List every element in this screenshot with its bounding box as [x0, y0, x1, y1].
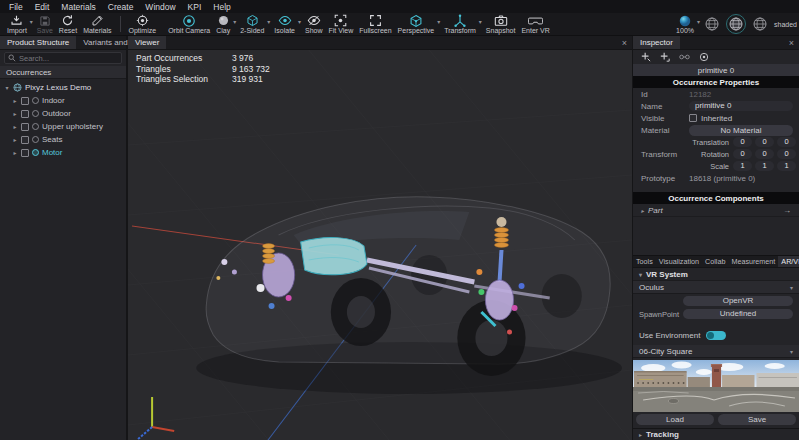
expand-icon[interactable]: ▸ — [12, 110, 18, 117]
visibility-checkbox[interactable] — [21, 149, 29, 157]
fit-view-button[interactable]: Fit View — [329, 13, 354, 35]
two-sided-button[interactable]: 2-Sided — [240, 13, 264, 35]
two-sided-caret-icon[interactable]: ▾ — [267, 18, 270, 25]
menu-window[interactable]: Window — [139, 2, 181, 12]
tab-inspector[interactable]: Inspector — [633, 36, 680, 49]
isolate-caret-icon[interactable]: ▾ — [298, 18, 301, 25]
expand-icon[interactable]: ▸ — [12, 136, 18, 143]
visible-row: Visible Inherited — [633, 112, 799, 124]
tab-collab[interactable]: Collab — [702, 256, 728, 267]
orbit-camera-button[interactable]: Orbit Camera — [168, 13, 210, 35]
spawnpoint-button[interactable]: Undefined — [683, 309, 793, 319]
visibility-checkbox[interactable] — [21, 136, 29, 144]
tab-visualization[interactable]: Visualization — [656, 256, 702, 267]
viewport-3d[interactable]: Part Occurrences3 976 Triangles9 163 732… — [128, 50, 632, 440]
selection-circle-icon[interactable] — [32, 110, 39, 117]
import-button[interactable]: Import — [7, 13, 27, 35]
tree-item-motor[interactable]: ▸ Motor — [0, 146, 126, 159]
visibility-checkbox[interactable] — [21, 110, 29, 118]
menu-materials[interactable]: Materials — [55, 2, 101, 12]
translation-x-field[interactable]: 0 — [733, 137, 752, 147]
fullscreen-button[interactable]: Fullscreen — [359, 13, 391, 35]
sphere-caret-icon[interactable]: ▾ — [697, 18, 700, 25]
expand-icon[interactable]: ▸ — [12, 97, 18, 104]
tab-viewer[interactable]: Viewer — [128, 36, 166, 49]
root-collapse-icon[interactable]: ▾ — [4, 84, 10, 91]
load-button[interactable]: Load — [636, 414, 714, 425]
menu-create[interactable]: Create — [102, 2, 140, 12]
transform-caret-icon[interactable]: ▾ — [479, 18, 482, 25]
scale-y-field[interactable]: 1 — [755, 161, 774, 171]
translation-z-field[interactable]: 0 — [777, 137, 796, 147]
visibility-checkbox[interactable] — [21, 123, 29, 131]
tracking-section-header[interactable]: ▸ Tracking — [633, 428, 799, 440]
transform-button[interactable]: Transform — [444, 13, 476, 35]
rotation-x-field[interactable]: 0 — [733, 149, 752, 159]
solid-mode-button[interactable] — [752, 16, 768, 32]
perspective-caret-icon[interactable]: ▾ — [437, 18, 440, 25]
isolate-button[interactable]: Isolate — [274, 13, 295, 35]
expand-icon[interactable]: ▸ — [12, 149, 18, 156]
selection-circle-icon[interactable] — [32, 97, 39, 104]
shaded-wireframe-mode-button[interactable] — [726, 14, 746, 34]
add-occurrence-icon[interactable] — [641, 52, 651, 62]
openvr-button[interactable]: OpenVR — [683, 296, 793, 306]
reset-button[interactable]: Reset — [59, 13, 77, 35]
tree-root-row[interactable]: ▾ Pixyz Lexus Demo — [0, 81, 126, 94]
expand-icon[interactable]: ▸ — [12, 123, 18, 130]
selection-circle-icon[interactable] — [32, 136, 39, 143]
environment-sphere-button[interactable]: 100% — [676, 13, 694, 35]
save-environment-button[interactable]: Save — [718, 414, 796, 425]
menu-edit[interactable]: Edit — [29, 2, 56, 12]
vr-system-header[interactable]: ▾ VR System — [633, 268, 799, 281]
part-component-row[interactable]: ▸ Part → — [633, 204, 799, 217]
import-caret-icon[interactable]: ▾ — [30, 18, 33, 25]
use-environment-toggle[interactable] — [706, 331, 726, 340]
material-button[interactable]: No Material — [689, 125, 793, 136]
visible-checkbox[interactable] — [689, 114, 697, 122]
perspective-button[interactable]: Perspective — [398, 13, 435, 35]
tab-product-structure[interactable]: Product Structure — [0, 36, 76, 49]
menu-help[interactable]: Help — [207, 2, 236, 12]
inspector-close-icon[interactable]: × — [784, 36, 799, 49]
add-child-occurrence-icon[interactable] — [660, 52, 670, 62]
vr-system-select[interactable]: Oculus ▾ — [633, 281, 799, 294]
wireframe-mode-button[interactable] — [704, 16, 720, 32]
tree-item-outdoor[interactable]: ▸ Outdoor — [0, 107, 126, 120]
translation-y-field[interactable]: 0 — [755, 137, 774, 147]
menu-kpi[interactable]: KPI — [182, 2, 208, 12]
save-button[interactable]: Save — [37, 13, 53, 35]
clay-caret-icon[interactable]: ▾ — [233, 18, 236, 25]
tree-item-seats[interactable]: ▸ Seats — [0, 133, 126, 146]
search-input[interactable] — [19, 54, 118, 63]
clay-button[interactable]: Clay — [216, 13, 230, 35]
tree-item-upper-upholstery[interactable]: ▸ Upper upholstery — [0, 120, 126, 133]
vr-system-collapse-icon[interactable]: ▾ — [639, 271, 642, 278]
viewer-close-icon[interactable]: × — [617, 36, 632, 49]
show-button[interactable]: Show — [305, 13, 323, 35]
scale-z-field[interactable]: 1 — [777, 161, 796, 171]
tab-arvr[interactable]: AR/VR — [778, 256, 799, 267]
link-prototype-icon[interactable] — [679, 52, 690, 62]
tracking-expand-icon[interactable]: ▸ — [639, 431, 642, 438]
environment-select[interactable]: 06-City Square ▾ — [633, 345, 799, 358]
rotation-y-field[interactable]: 0 — [755, 149, 774, 159]
scale-x-field[interactable]: 1 — [733, 161, 752, 171]
tab-tools[interactable]: Tools — [633, 256, 656, 267]
selection-circle-icon[interactable] — [32, 149, 39, 156]
selection-circle-icon[interactable] — [32, 123, 39, 130]
focus-target-icon[interactable] — [699, 52, 709, 62]
visibility-checkbox[interactable] — [21, 97, 29, 105]
part-goto-icon[interactable]: → — [783, 206, 791, 215]
name-field[interactable]: primitive 0 — [689, 101, 793, 111]
viewer-3d-scene[interactable] — [128, 50, 632, 440]
optimize-button[interactable]: Optimize — [129, 13, 157, 35]
enter-vr-button[interactable]: Enter VR — [521, 13, 549, 35]
materials-button[interactable]: Materials — [83, 13, 111, 35]
tree-item-indoor[interactable]: ▸ Indoor — [0, 94, 126, 107]
part-expand-icon[interactable]: ▸ — [641, 207, 644, 214]
snapshot-button[interactable]: Snapshot — [486, 13, 516, 35]
menu-file[interactable]: File — [3, 2, 29, 12]
tab-measurement[interactable]: Measurement — [728, 256, 778, 267]
rotation-z-field[interactable]: 0 — [777, 149, 796, 159]
